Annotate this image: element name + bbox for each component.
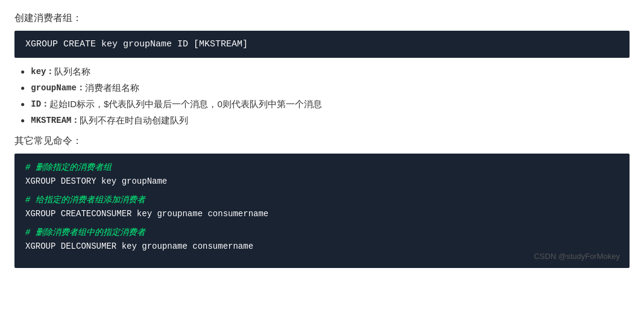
code-createconsumer: XGROUP CREATECONSUMER key groupname cons… bbox=[25, 209, 619, 219]
create-command: XGROUP CREATE key groupName ID [MKSTREAM… bbox=[25, 39, 248, 49]
section-other-commands: 其它常见命令： # 删除指定的消费者组 XGROUP DESTORY key g… bbox=[14, 135, 630, 268]
code-group-createconsumer: # 给指定的消费者组添加消费者 XGROUP CREATECONSUMER ke… bbox=[25, 195, 619, 219]
code-delconsumer: XGROUP DELCONSUMER key groupname consume… bbox=[25, 241, 619, 251]
param-id-desc: 起始ID标示，$代表队列中最后一个消息，0则代表队列中第一个消息 bbox=[49, 99, 322, 110]
code-destory: XGROUP DESTORY key groupName bbox=[25, 176, 619, 186]
watermark: CSDN @studyForMokey bbox=[534, 252, 620, 261]
param-groupname-desc: 消费者组名称 bbox=[85, 83, 139, 94]
comment-destory: # 删除指定的消费者组 bbox=[25, 162, 619, 173]
section-create-group: 创建消费者组： XGROUP CREATE key groupName ID [… bbox=[14, 12, 630, 126]
section2-title: 其它常见命令： bbox=[14, 135, 630, 148]
param-id: ID： bbox=[31, 99, 49, 110]
list-item: key： 队列名称 bbox=[21, 66, 630, 78]
param-mkstream-desc: 队列不存在时自动创建队列 bbox=[80, 115, 188, 126]
code-group-delconsumer: # 删除消费者组中的指定消费者 XGROUP DELCONSUMER key g… bbox=[25, 227, 619, 251]
page-container: 创建消费者组： XGROUP CREATE key groupName ID [… bbox=[14, 12, 630, 268]
section1-title: 创建消费者组： bbox=[14, 12, 630, 25]
param-groupname: groupName： bbox=[31, 83, 85, 93]
list-item: ID： 起始ID标示，$代表队列中最后一个消息，0则代表队列中第一个消息 bbox=[21, 99, 630, 110]
comment-createconsumer: # 给指定的消费者组添加消费者 bbox=[25, 195, 619, 205]
param-list: key： 队列名称 groupName： 消费者组名称 ID： 起始ID标示，$… bbox=[14, 66, 630, 126]
code-block-create: XGROUP CREATE key groupName ID [MKSTREAM… bbox=[14, 31, 630, 58]
list-item: groupName： 消费者组名称 bbox=[21, 83, 630, 94]
code-block-other: # 删除指定的消费者组 XGROUP DESTORY key groupName… bbox=[14, 154, 630, 268]
param-key-desc: 队列名称 bbox=[54, 66, 90, 78]
code-group-destory: # 删除指定的消费者组 XGROUP DESTORY key groupName bbox=[25, 162, 619, 186]
param-key: key： bbox=[31, 66, 54, 77]
param-mkstream: MKSTREAM： bbox=[31, 115, 80, 126]
list-item: MKSTREAM： 队列不存在时自动创建队列 bbox=[21, 115, 630, 126]
comment-delconsumer: # 删除消费者组中的指定消费者 bbox=[25, 227, 619, 238]
